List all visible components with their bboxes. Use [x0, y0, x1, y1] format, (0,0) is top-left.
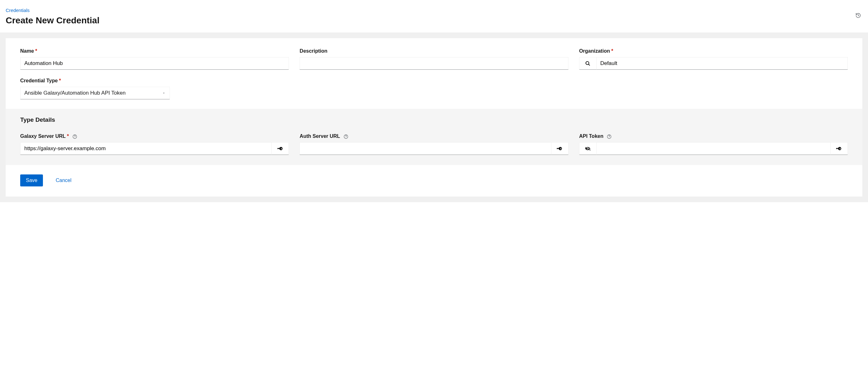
- key-icon: [836, 146, 842, 152]
- api-token-visibility-button[interactable]: [579, 142, 596, 155]
- form-footer: Save Cancel: [6, 165, 862, 196]
- name-field: Name*: [20, 48, 289, 70]
- required-indicator: *: [67, 133, 69, 139]
- organization-label-text: Organization: [579, 48, 610, 54]
- form-card: Name* Description Organization*: [6, 38, 862, 196]
- name-input[interactable]: [20, 57, 289, 70]
- organization-label: Organization*: [579, 48, 848, 54]
- eye-slash-icon: [585, 146, 591, 152]
- credential-type-value: Ansible Galaxy/Automation Hub API Token: [24, 90, 162, 96]
- credential-type-label: Credential Type*: [20, 78, 170, 84]
- api-token-field: API Token: [579, 133, 848, 155]
- description-label: Description: [300, 48, 568, 54]
- page-title: Create New Credential: [6, 15, 862, 26]
- auth-server-url-label: Auth Server URL: [300, 133, 568, 139]
- description-input[interactable]: [300, 57, 568, 70]
- organization-field: Organization*: [579, 48, 848, 70]
- type-details-title: Type Details: [20, 117, 848, 123]
- caret-down-icon: [162, 91, 166, 95]
- credential-type-select[interactable]: Ansible Galaxy/Automation Hub API Token: [20, 87, 170, 99]
- auth-server-url-label-text: Auth Server URL: [300, 133, 340, 139]
- auth-server-url-input[interactable]: [300, 142, 551, 155]
- history-icon[interactable]: [856, 12, 861, 18]
- galaxy-server-url-label-text: Galaxy Server URL: [20, 133, 66, 139]
- breadcrumb-credentials[interactable]: Credentials: [6, 7, 30, 13]
- name-label-text: Name: [20, 48, 34, 54]
- svg-point-3: [74, 137, 75, 138]
- search-icon: [585, 61, 591, 66]
- galaxy-server-url-field: Galaxy Server URL*: [20, 133, 289, 155]
- page-body: Name* Description Organization*: [0, 32, 868, 202]
- main-form-section: Name* Description Organization*: [6, 38, 862, 109]
- credential-type-field: Credential Type* Ansible Galaxy/Automati…: [20, 78, 170, 99]
- required-indicator: *: [611, 48, 613, 54]
- help-icon[interactable]: [607, 134, 612, 139]
- type-details-section: Type Details Galaxy Server URL*: [6, 109, 862, 165]
- required-indicator: *: [59, 78, 61, 83]
- svg-point-7: [609, 137, 610, 138]
- api-token-label: API Token: [579, 133, 848, 139]
- credential-type-label-text: Credential Type: [20, 78, 58, 83]
- help-icon[interactable]: [72, 134, 77, 139]
- organization-input[interactable]: [596, 57, 848, 70]
- description-field: Description: [300, 48, 568, 70]
- save-button[interactable]: Save: [20, 174, 43, 187]
- help-icon[interactable]: [343, 134, 348, 139]
- api-token-input[interactable]: [596, 142, 831, 155]
- galaxy-server-url-input[interactable]: [20, 142, 272, 155]
- galaxy-server-url-key-button[interactable]: [272, 142, 289, 155]
- svg-line-1: [589, 64, 590, 65]
- auth-server-url-key-button[interactable]: [551, 142, 568, 155]
- required-indicator: *: [35, 48, 37, 54]
- api-token-label-text: API Token: [579, 133, 603, 139]
- organization-search-button[interactable]: [579, 57, 596, 70]
- svg-point-5: [346, 137, 346, 138]
- key-icon: [277, 146, 283, 152]
- key-icon: [557, 146, 562, 152]
- auth-server-url-field: Auth Server URL: [300, 133, 568, 155]
- name-label: Name*: [20, 48, 289, 54]
- api-token-key-button[interactable]: [831, 142, 848, 155]
- galaxy-server-url-label: Galaxy Server URL*: [20, 133, 289, 139]
- cancel-button[interactable]: Cancel: [56, 177, 71, 183]
- page-header: Credentials Create New Credential: [0, 0, 868, 32]
